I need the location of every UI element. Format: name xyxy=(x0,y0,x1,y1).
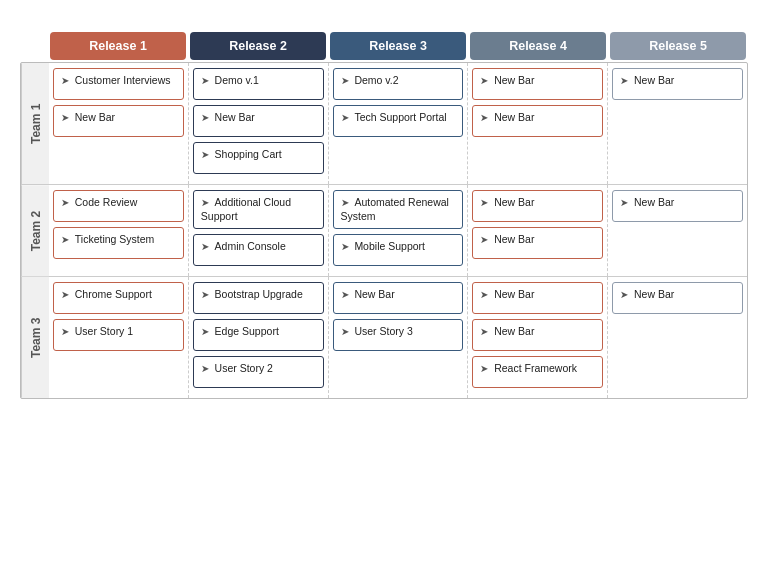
card[interactable]: ➤ Edge Support xyxy=(193,319,324,351)
release-col-t3-r1: ➤ Chrome Support➤ User Story 1 xyxy=(49,277,189,398)
card-text: Chrome Support xyxy=(75,288,152,300)
arrow-icon: ➤ xyxy=(480,289,491,300)
card-text: New Bar xyxy=(494,288,534,300)
card-text: New Bar xyxy=(634,288,674,300)
release-col-t1-r1: ➤ Customer Interviews➤ New Bar xyxy=(49,63,189,184)
arrow-icon: ➤ xyxy=(61,289,72,300)
card[interactable]: ➤ React Framework xyxy=(472,356,603,388)
team-block-2: Team 2➤ Code Review➤ Ticketing System➤ A… xyxy=(21,185,747,277)
card-text: User Story 1 xyxy=(75,325,133,337)
team-cols-3: ➤ Chrome Support➤ User Story 1➤ Bootstra… xyxy=(49,277,747,398)
release-header-release-3: Release 3 xyxy=(330,32,466,60)
card-text: User Story 3 xyxy=(354,325,412,337)
team-cols-1: ➤ Customer Interviews➤ New Bar➤ Demo v.1… xyxy=(49,63,747,184)
card-text: New Bar xyxy=(354,288,394,300)
card[interactable]: ➤ Ticketing System xyxy=(53,227,184,259)
card[interactable]: ➤ New Bar xyxy=(472,227,603,259)
arrow-icon: ➤ xyxy=(201,241,212,252)
card[interactable]: ➤ Automated Renewal System xyxy=(333,190,464,229)
release-col-t2-r3: ➤ Automated Renewal System➤ Mobile Suppo… xyxy=(329,185,469,276)
card[interactable]: ➤ New Bar xyxy=(612,190,743,222)
team-label-1: Team 1 xyxy=(21,63,49,184)
card-text: Ticketing System xyxy=(75,233,155,245)
arrow-icon: ➤ xyxy=(620,197,631,208)
release-header-release-1: Release 1 xyxy=(50,32,186,60)
card-text: Mobile Support xyxy=(354,240,425,252)
card[interactable]: ➤ Demo v.1 xyxy=(193,68,324,100)
arrow-icon: ➤ xyxy=(61,326,72,337)
card-text: New Bar xyxy=(494,325,534,337)
card-text: Bootstrap Upgrade xyxy=(215,288,303,300)
team-cols-2: ➤ Code Review➤ Ticketing System➤ Additio… xyxy=(49,185,747,276)
card[interactable]: ➤ Customer Interviews xyxy=(53,68,184,100)
release-col-t2-r5: ➤ New Bar xyxy=(608,185,747,276)
card[interactable]: ➤ Admin Console xyxy=(193,234,324,266)
card[interactable]: ➤ New Bar xyxy=(472,319,603,351)
card[interactable]: ➤ New Bar xyxy=(612,68,743,100)
card-text: Demo v.2 xyxy=(354,74,398,86)
release-col-t3-r4: ➤ New Bar➤ New Bar➤ React Framework xyxy=(468,277,608,398)
card[interactable]: ➤ New Bar xyxy=(472,105,603,137)
card[interactable]: ➤ New Bar xyxy=(472,68,603,100)
card-text: React Framework xyxy=(494,362,577,374)
arrow-icon: ➤ xyxy=(341,112,352,123)
team-block-3: Team 3➤ Chrome Support➤ User Story 1➤ Bo… xyxy=(21,277,747,398)
card-text: Tech Support Portal xyxy=(354,111,446,123)
arrow-icon: ➤ xyxy=(201,363,212,374)
card[interactable]: ➤ New Bar xyxy=(472,282,603,314)
release-col-t3-r3: ➤ New Bar➤ User Story 3 xyxy=(329,277,469,398)
release-col-t3-r2: ➤ Bootstrap Upgrade➤ Edge Support➤ User … xyxy=(189,277,329,398)
release-header-release-5: Release 5 xyxy=(610,32,746,60)
card[interactable]: ➤ Tech Support Portal xyxy=(333,105,464,137)
arrow-icon: ➤ xyxy=(341,75,352,86)
arrow-icon: ➤ xyxy=(61,234,72,245)
arrow-icon: ➤ xyxy=(480,363,491,374)
release-col-t2-r1: ➤ Code Review➤ Ticketing System xyxy=(49,185,189,276)
card-text: Additional Cloud Support xyxy=(201,196,291,222)
release-col-t3-r5: ➤ New Bar xyxy=(608,277,747,398)
card[interactable]: ➤ New Bar xyxy=(193,105,324,137)
card-text: New Bar xyxy=(634,74,674,86)
release-col-t1-r3: ➤ Demo v.2➤ Tech Support Portal xyxy=(329,63,469,184)
card[interactable]: ➤ Additional Cloud Support xyxy=(193,190,324,229)
card-text: Code Review xyxy=(75,196,137,208)
card[interactable]: ➤ Code Review xyxy=(53,190,184,222)
release-col-t1-r4: ➤ New Bar➤ New Bar xyxy=(468,63,608,184)
arrow-icon: ➤ xyxy=(201,289,212,300)
arrow-icon: ➤ xyxy=(341,197,352,208)
release-col-t2-r2: ➤ Additional Cloud Support➤ Admin Consol… xyxy=(189,185,329,276)
card-text: New Bar xyxy=(494,196,534,208)
card-text: New Bar xyxy=(494,74,534,86)
card-text: New Bar xyxy=(634,196,674,208)
card-text: New Bar xyxy=(215,111,255,123)
team-label-2: Team 2 xyxy=(21,185,49,276)
card-text: Customer Interviews xyxy=(75,74,171,86)
card[interactable]: ➤ New Bar xyxy=(53,105,184,137)
card[interactable]: ➤ Mobile Support xyxy=(333,234,464,266)
release-header-release-2: Release 2 xyxy=(190,32,326,60)
team-label-3: Team 3 xyxy=(21,277,49,398)
card-text: Demo v.1 xyxy=(215,74,259,86)
card[interactable]: ➤ Chrome Support xyxy=(53,282,184,314)
card-text: Automated Renewal System xyxy=(341,196,449,222)
card[interactable]: ➤ New Bar xyxy=(472,190,603,222)
card[interactable]: ➤ Bootstrap Upgrade xyxy=(193,282,324,314)
arrow-icon: ➤ xyxy=(341,289,352,300)
card[interactable]: ➤ User Story 1 xyxy=(53,319,184,351)
release-col-t2-r4: ➤ New Bar➤ New Bar xyxy=(468,185,608,276)
arrow-icon: ➤ xyxy=(201,75,212,86)
arrow-icon: ➤ xyxy=(61,75,72,86)
arrow-icon: ➤ xyxy=(201,326,212,337)
arrow-icon: ➤ xyxy=(201,197,212,208)
card[interactable]: ➤ New Bar xyxy=(333,282,464,314)
card-text: Edge Support xyxy=(215,325,279,337)
card[interactable]: ➤ User Story 3 xyxy=(333,319,464,351)
card[interactable]: ➤ User Story 2 xyxy=(193,356,324,388)
card-text: New Bar xyxy=(494,111,534,123)
arrow-icon: ➤ xyxy=(620,289,631,300)
card[interactable]: ➤ New Bar xyxy=(612,282,743,314)
card[interactable]: ➤ Demo v.2 xyxy=(333,68,464,100)
card-text: New Bar xyxy=(75,111,115,123)
card-text: New Bar xyxy=(494,233,534,245)
card[interactable]: ➤ Shopping Cart xyxy=(193,142,324,174)
